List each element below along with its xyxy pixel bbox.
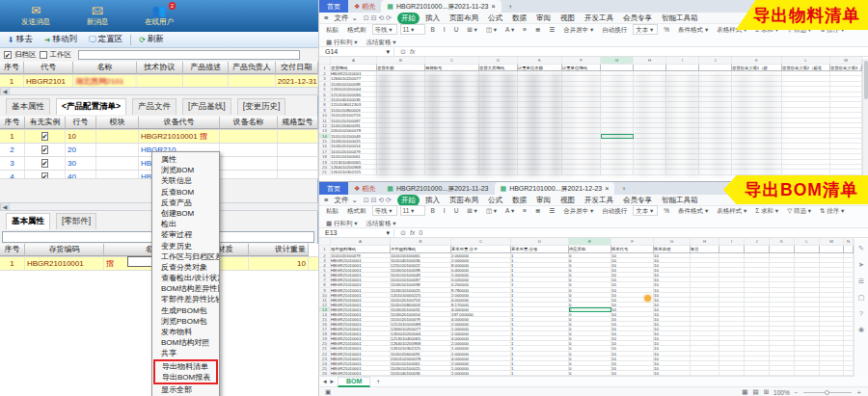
menu-tab-9[interactable]: 智能工具箱 — [658, 13, 702, 24]
ribbon-control[interactable]: ≣ — [532, 24, 543, 35]
quick-tools[interactable]: ⊡ ⊟ ⟲ ⟳ — [364, 197, 392, 204]
grid-cell[interactable] — [844, 246, 854, 253]
context-menu-item[interactable]: 共享 — [152, 348, 219, 358]
grid-cell[interactable] — [795, 371, 820, 376]
grid-cell[interactable]: 存货自定义项2（标准 — [782, 65, 830, 71]
grid-cell[interactable]: 存货自定义项3（ — [830, 65, 862, 71]
new-tab-button[interactable]: ＋ — [502, 0, 520, 13]
sheet-tab-bom[interactable]: BOM — [338, 377, 370, 387]
menu-tab-0[interactable]: 开始 — [397, 13, 420, 24]
context-menu-item[interactable]: 导出物料清单 — [155, 361, 216, 372]
subtab-basic-attrs[interactable]: 基本属性 — [6, 213, 50, 229]
ribbon-control[interactable]: ▦ 行和列 ▾ — [323, 218, 361, 228]
grid-cell[interactable]: A — [331, 238, 391, 246]
workspace-checkbox[interactable] — [40, 51, 47, 59]
grid-cell[interactable]: 存货名称 — [377, 65, 425, 71]
tab-basic-attrs[interactable]: 基本属性 — [6, 98, 50, 115]
grid-cell[interactable]: 1101040100036 — [391, 371, 451, 376]
grid-cell[interactable]: J — [745, 238, 770, 246]
grid-cell[interactable]: 存货大类编码 — [479, 65, 518, 71]
edit-icon[interactable]: ✎ — [858, 245, 864, 252]
context-menu-item[interactable]: 导出BOM报表 — [155, 372, 216, 383]
document-tab-inactive[interactable]: ▦ HBGR2101000...屏2021-11-23 — [381, 182, 494, 195]
ribbon-control[interactable]: ⊞ ▾ — [464, 24, 480, 35]
vertical-scrollbar[interactable] — [862, 59, 868, 177]
grid-cell[interactable]: H — [691, 238, 719, 246]
grid-cell[interactable] — [691, 371, 719, 376]
filter-input[interactable] — [78, 50, 300, 60]
grid-cell[interactable]: 2.000000 — [451, 371, 511, 376]
ribbon-control[interactable]: ▦ 行和列 ▾ — [323, 37, 361, 47]
ribbon-control[interactable]: I — [441, 24, 448, 35]
ribbon-control[interactable]: 冻结窗格 ▾ — [364, 218, 399, 228]
context-menu-item[interactable]: 发布物料 — [152, 327, 219, 337]
ribbon-control[interactable]: ≣ — [532, 205, 543, 216]
ribbon-control[interactable]: B — [428, 205, 438, 216]
add-sheet-button[interactable]: ＋ — [374, 377, 381, 386]
grid-cell[interactable] — [719, 371, 745, 376]
grid-cell[interactable]: L — [795, 238, 820, 246]
context-menu-item[interactable]: 显示全部 — [152, 384, 219, 395]
scrollbar-thumb[interactable] — [864, 61, 868, 99]
menu-tab-5[interactable]: 审阅 — [532, 195, 555, 206]
grid-cell[interactable]: 10 — [654, 371, 691, 376]
grid-cell[interactable]: 基本用量-分子 — [451, 246, 511, 253]
grid-cell[interactable]: D — [479, 57, 518, 65]
ribbon-control[interactable]: 自动换行 — [599, 24, 630, 35]
grid-cell[interactable] — [770, 246, 795, 253]
grid-cell[interactable]: E — [569, 238, 611, 246]
menu-tab-8[interactable]: 会员专享 — [619, 195, 656, 206]
ribbon-control[interactable]: ▽ 筛选 ▾ — [784, 205, 814, 216]
menu-tab-3[interactable]: 公式 — [484, 13, 506, 24]
row-checkbox[interactable]: ✔ — [41, 145, 49, 154]
formula-bar[interactable]: ⊙fx — [394, 48, 868, 56]
panel-icon[interactable]: ▢ — [858, 294, 865, 302]
sheet-next-icon[interactable]: ▸ — [331, 378, 335, 385]
grid-cell[interactable]: M — [820, 238, 844, 246]
grid-cell[interactable] — [820, 246, 844, 253]
context-menu-item[interactable]: 查看检出/设计状况 — [152, 273, 219, 283]
grid-cell[interactable]: M — [830, 57, 862, 65]
grid-cell[interactable]: 1 — [319, 246, 331, 253]
wps-home-tab[interactable]: 首页 — [319, 0, 348, 13]
grid-cell[interactable]: F — [611, 238, 654, 246]
close-icon[interactable]: × — [492, 3, 496, 10]
grid-cell[interactable]: 基本用量-分母 — [511, 246, 569, 253]
file-menu[interactable]: 文件⌄ — [334, 13, 357, 23]
menu-tab-1[interactable]: 插入 — [421, 13, 444, 24]
ribbon-control[interactable]: 11 ▾ — [400, 24, 425, 35]
context-menu-item[interactable]: 关联信息 — [152, 175, 219, 186]
view-normal-icon[interactable]: ▦ — [742, 388, 747, 396]
ribbon-control[interactable]: % — [661, 205, 672, 216]
ribbon-control[interactable]: ☰ — [546, 205, 557, 216]
grid-cell[interactable]: 计量单位编码 — [562, 65, 601, 71]
view-break-icon[interactable]: ⊞ — [764, 388, 769, 396]
context-menu-item[interactable]: 浏览BOM — [152, 165, 219, 175]
pointer-icon[interactable]: ➤ — [858, 261, 864, 269]
context-menu-item[interactable]: BOM结构对照 — [152, 337, 219, 348]
hamburger-icon[interactable]: ≡ — [324, 13, 328, 22]
ribbon-control[interactable]: 文本 ▾ — [633, 24, 658, 35]
grid-cell[interactable]: HBGR21010001 — [331, 371, 391, 376]
context-menu-item[interactable]: 创建BOM — [152, 208, 219, 219]
context-menu-item[interactable]: 检出 — [152, 219, 219, 229]
chat-icon[interactable]: ◉ — [858, 326, 864, 333]
tab-product-files[interactable]: 产品文件 — [132, 98, 176, 115]
menu-tab-7[interactable]: 开发工具 — [581, 195, 617, 206]
row-checkbox[interactable]: ✔ — [41, 132, 49, 141]
grid-cell[interactable]: I — [719, 238, 745, 246]
ribbon-control[interactable]: U — [451, 205, 462, 216]
menu-tab-1[interactable]: 插入 — [421, 195, 444, 206]
ribbon-control[interactable]: 冻结窗格 ▾ — [364, 37, 399, 47]
menu-tab-7[interactable]: 开发工具 — [581, 13, 617, 24]
quick-tools[interactable]: ⊡ ⊟ ⟲ ⟳ — [364, 14, 392, 22]
close-icon[interactable]: × — [605, 185, 609, 192]
name-box[interactable]: E13▾ — [319, 229, 394, 237]
grid-cell[interactable]: K — [732, 57, 782, 65]
menu-tab-5[interactable]: 审阅 — [532, 13, 555, 24]
tab-product-config-list[interactable]: <产品配置清单> — [56, 98, 126, 115]
grid-cell[interactable]: 10 — [611, 371, 654, 376]
menu-tab-2[interactable]: 页面布局 — [446, 195, 482, 206]
zoom-slider[interactable] — [803, 392, 852, 393]
grid-cell[interactable] — [820, 371, 844, 376]
